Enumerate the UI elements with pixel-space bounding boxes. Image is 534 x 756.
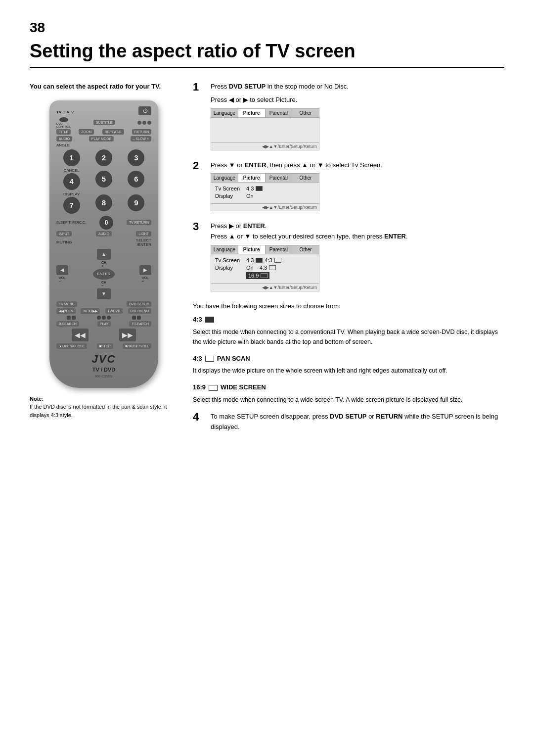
osd-header-2: Language Picture Parental Other bbox=[211, 174, 319, 183]
osd-lang-tab-1: Language bbox=[211, 109, 238, 117]
osd-row-display-2: Display On bbox=[215, 193, 315, 199]
osd-display-label-3: Display bbox=[215, 265, 242, 271]
step-1-number: 1 bbox=[193, 82, 204, 93]
prev-button[interactable]: ◀◀PREV bbox=[56, 308, 76, 314]
stop-button[interactable]: ■STOP bbox=[97, 343, 113, 349]
f-search-button[interactable]: F.SEARCH bbox=[129, 321, 151, 327]
desc-box-43-filled-icon bbox=[205, 317, 214, 323]
osd-screen-2: Language Picture Parental Other Tv Scree… bbox=[211, 173, 319, 211]
osd-footer-1: ◀▶▲▼/Enter/Setup/Return bbox=[211, 142, 319, 150]
num-6-button[interactable]: 6 bbox=[128, 171, 144, 188]
jvc-logo: JVC bbox=[56, 353, 151, 366]
desc-section: You have the following screen sizes to c… bbox=[193, 301, 504, 435]
power-button[interactable]: ⏻ bbox=[138, 106, 151, 115]
b-search-button[interactable]: B.SEARCH bbox=[56, 321, 79, 327]
osd-display-value-3: On 4:3 bbox=[246, 265, 276, 271]
desc-header-wide-screen: 16:9 WIDE SCREEN bbox=[193, 382, 504, 393]
osd-parental-tab-1: Parental bbox=[266, 109, 293, 117]
ch-down-button[interactable]: ▼ bbox=[97, 288, 111, 299]
osd-header-3: Language Picture Parental Other bbox=[211, 245, 319, 254]
vol-plus-label: VOL+ bbox=[142, 276, 149, 283]
tv-return-button[interactable]: TV RETURN bbox=[127, 220, 151, 225]
num-4-button[interactable]: 4 bbox=[63, 173, 80, 190]
desc-box-pan-scan-icon bbox=[205, 356, 214, 362]
dvd-setup-button[interactable]: DVD SETUP bbox=[127, 301, 151, 307]
osd-screen-3: Language Picture Parental Other Tv Scree… bbox=[211, 245, 319, 291]
dvd-menu-button[interactable]: DVD MENU bbox=[128, 308, 151, 314]
tv-label: TV bbox=[56, 110, 61, 114]
desc-item-pan-scan: 4:3 PAN SCAN It displays the wide pictur… bbox=[193, 354, 504, 376]
num-7-button[interactable]: 7 bbox=[63, 197, 80, 214]
page-number: 38 bbox=[30, 20, 504, 36]
osd-picture-tab-1: Picture bbox=[238, 109, 266, 117]
input-button[interactable]: INPUT bbox=[56, 231, 72, 236]
osd-tvscreen-label-3: Tv Screen bbox=[215, 257, 242, 263]
desc-item-43-filled: 4:3 Select this mode when connecting to … bbox=[193, 315, 504, 347]
title-button[interactable]: TITLE bbox=[56, 129, 71, 135]
open-close-button[interactable]: ▲OPEN/CLOSE bbox=[56, 343, 87, 349]
pause-still-button[interactable]: ■PAUSE/STILL bbox=[123, 343, 151, 349]
num-3-button[interactable]: 3 bbox=[128, 149, 144, 166]
ffwd-button[interactable]: ▶▶ bbox=[119, 329, 136, 341]
vol-left-button[interactable]: ◀ bbox=[56, 265, 68, 275]
rewind-button[interactable]: ◀◀ bbox=[72, 329, 89, 341]
osd-body-1 bbox=[211, 118, 319, 142]
remote-control: TV CATV ⏻ DVDCONTROL SUBTITLE bbox=[49, 100, 158, 388]
audio-button[interactable]: AUDIO bbox=[56, 136, 72, 142]
vol-right-button[interactable]: ▶ bbox=[139, 265, 151, 275]
subtitle-button[interactable]: SUBTITLE bbox=[93, 120, 115, 125]
osd-row-tvscreen-2: Tv Screen 4:3 bbox=[215, 186, 315, 191]
step-1-main-text: Press DVD SETUP in the stop mode or No D… bbox=[211, 82, 504, 92]
desc-header-43-filled: 4:3 bbox=[193, 315, 504, 325]
cancel-label: CANCEL bbox=[63, 168, 79, 173]
select-enter-label: SELECT/ENTER bbox=[136, 238, 151, 247]
num-1-button[interactable]: 1 bbox=[63, 149, 80, 166]
sleep-timer-label: SLEEP TIMER bbox=[56, 221, 79, 224]
display-label: DISPLAY bbox=[63, 192, 80, 196]
main-layout: You can select the aspect ratio for your… bbox=[30, 82, 504, 435]
osd-screen-1: Language Picture Parental Other ◀▶▲▼/Ent… bbox=[211, 108, 319, 150]
osd-box-43-filled-3 bbox=[256, 258, 263, 263]
vol-label: VOL− bbox=[59, 276, 66, 283]
num-5-button[interactable]: 5 · bbox=[95, 171, 112, 188]
osd-other-tab-2: Other bbox=[292, 174, 319, 182]
step-3-number: 3 bbox=[193, 221, 204, 232]
step-4-number: 4 bbox=[193, 412, 204, 423]
next-button[interactable]: NEXT▶▶ bbox=[81, 308, 100, 314]
osd-other-tab-1: Other bbox=[292, 109, 319, 117]
num-0-button[interactable]: 0 bbox=[99, 216, 113, 230]
osd-picture-tab-3: Picture bbox=[238, 245, 266, 254]
osd-lang-tab-2: Language bbox=[211, 174, 238, 182]
dvd-control-label: DVDCONTROL bbox=[56, 122, 71, 128]
desc-text-43-filled: Select this mode when connecting to a co… bbox=[193, 327, 504, 347]
note-label: Note: bbox=[30, 396, 44, 402]
page-title: Setting the aspect ratio of TV screen bbox=[30, 41, 504, 68]
tv-dvd-label: TV / DVD bbox=[56, 367, 151, 373]
play-mode-button[interactable]: PLAY MODE bbox=[89, 136, 114, 142]
catv-label: CATV bbox=[64, 110, 74, 114]
num-8-button[interactable]: 8 bbox=[95, 194, 112, 211]
return-button[interactable]: RETURN bbox=[132, 129, 151, 135]
remote-wrapper: TV CATV ⏻ DVDCONTROL SUBTITLE bbox=[30, 100, 178, 388]
slow-button[interactable]: – SLOW + bbox=[131, 136, 151, 142]
play-button[interactable]: PLAY bbox=[97, 321, 111, 327]
osd-tvscreen-value-2: 4:3 bbox=[246, 186, 263, 191]
right-column: 1 Press DVD SETUP in the stop mode or No… bbox=[193, 82, 504, 435]
ch-up-button[interactable]: ▲ bbox=[97, 249, 111, 260]
osd-169-value-3: 16:9 bbox=[246, 272, 269, 279]
step-1-sub-text: Press ◀ or ▶ to select Picture. bbox=[211, 95, 504, 105]
audio2-button[interactable]: AUDIO bbox=[96, 231, 112, 236]
num-9-button[interactable]: 9 bbox=[128, 194, 144, 211]
zoom-button[interactable]: ZOOM bbox=[79, 129, 94, 135]
repeat-ab-button[interactable]: REPEAT-B bbox=[102, 129, 124, 135]
tv-dvd-button[interactable]: TV/DVD bbox=[105, 308, 123, 314]
osd-body-3: Tv Screen 4:3 4:3 Display On 4:3 bbox=[211, 254, 319, 284]
osd-box-43-filled bbox=[256, 186, 263, 191]
tv-menu-button[interactable]: TV MENU bbox=[56, 301, 77, 307]
step-3-main-text: Press ▶ or ENTER. Press ▲ or ▼ to select… bbox=[211, 221, 504, 242]
num-2-button[interactable]: 2 bbox=[95, 149, 112, 166]
light-button[interactable]: LIGHT bbox=[136, 231, 151, 236]
osd-footer-2: ◀▶▲▼/Enter/Setup/Return bbox=[211, 203, 319, 211]
enter-button[interactable]: ENTER bbox=[93, 269, 115, 280]
step-1: 1 Press DVD SETUP in the stop mode or No… bbox=[193, 82, 504, 150]
